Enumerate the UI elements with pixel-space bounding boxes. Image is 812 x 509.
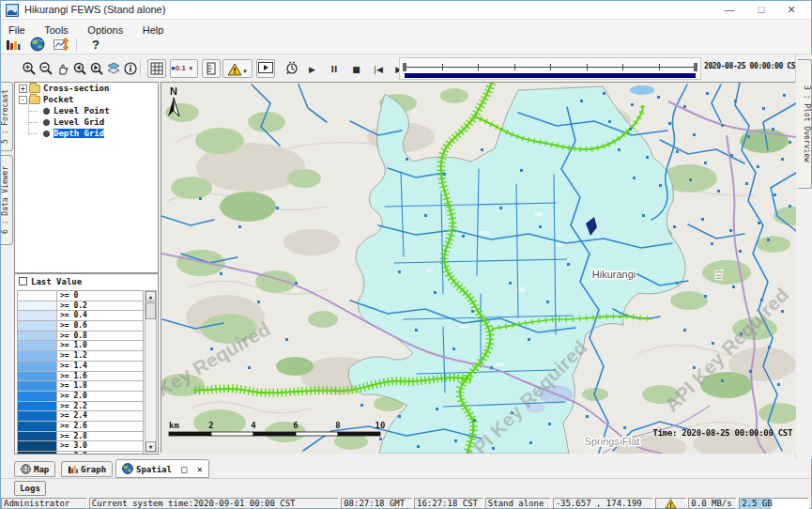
app-window: Hikurangi FEWS (Stand alone) — □ ✕ File …: [0, 0, 812, 509]
folder-icon: [29, 85, 40, 93]
legend-row[interactable]: >= 1.4: [18, 362, 143, 372]
legend-row[interactable]: >= 0.4: [18, 311, 143, 321]
legend-threshold-label: >= 0.2: [57, 301, 143, 311]
zoom-out-icon[interactable]: [37, 59, 55, 78]
logs-button[interactable]: Logs: [14, 481, 46, 496]
tree-node[interactable]: +Cross-section: [15, 83, 158, 94]
tree-expander-icon[interactable]: +: [19, 85, 27, 93]
svg-text:N: N: [170, 85, 177, 97]
legend-color-swatch: [18, 452, 57, 454]
tree-expander-icon[interactable]: -: [19, 96, 27, 104]
pan-icon[interactable]: [54, 59, 72, 78]
map-time-label: Time: 2020-08-25 00:00:00 CST: [653, 428, 793, 438]
scroll-up-icon[interactable]: ▲: [146, 291, 156, 301]
legend-scrollbar[interactable]: ▲ ▼: [145, 290, 157, 453]
tree-leaf-label: Level Point: [54, 106, 110, 116]
timeline-end-handle[interactable]: [694, 63, 697, 71]
legend-row[interactable]: >= 0.8: [18, 332, 143, 342]
legend-row[interactable]: >= 1.0: [18, 341, 143, 351]
scroll-down-icon[interactable]: ▼: [146, 441, 156, 452]
legend-color-swatch: [18, 402, 57, 411]
legend-color-swatch: [18, 362, 57, 371]
timeline-period-bar[interactable]: [405, 73, 696, 78]
legend-color-swatch: [18, 321, 57, 331]
layers-icon[interactable]: [104, 59, 123, 78]
legend-color-scale: >= 0>= 0.2>= 0.4>= 0.6>= 0.8>= 1.0>= 1.2…: [17, 290, 144, 454]
legend-color-swatch: [18, 372, 57, 381]
value-threshold-dropdown[interactable]: ●0.1 ▼: [170, 59, 198, 78]
stop-button[interactable]: ■: [347, 60, 365, 79]
tab-spatial[interactable]: Spatial □ ✕: [115, 459, 209, 478]
map-canvas[interactable]: API Key Required API Key Required API Ke…: [161, 83, 796, 454]
legend-row[interactable]: >= 2.4: [18, 411, 143, 422]
explorer-icon[interactable]: [5, 37, 22, 53]
timeline-start-handle[interactable]: [403, 63, 406, 71]
tab-graph[interactable]: Graph: [61, 461, 113, 477]
timeline-tick: [550, 64, 551, 70]
legend-row[interactable]: >= 0.6: [18, 321, 143, 332]
zoom-in-icon[interactable]: [20, 59, 38, 78]
timer-settings-icon[interactable]: [283, 59, 301, 78]
status-gmt-time: 08:27:18 GMT: [341, 498, 412, 509]
timeline-datetime-label: 2020-08-25 00:00:00 CST: [704, 62, 800, 70]
svg-text:8: 8: [335, 421, 340, 430]
status-mode: Stand alone: [485, 498, 551, 509]
legend-row[interactable]: >= 2.8: [18, 432, 143, 442]
help-button[interactable]: ?: [87, 37, 104, 53]
legend-row[interactable]: >= 2.0: [18, 392, 143, 402]
timeline-slider[interactable]: [399, 57, 701, 80]
tree-leaf[interactable]: Depth Grid: [15, 128, 158, 139]
tab-plot-overview[interactable]: 3 : Plot Overview: [798, 59, 812, 189]
step-first-button[interactable]: |◀: [369, 60, 387, 79]
tab-maximize-icon[interactable]: □: [181, 464, 187, 474]
bottom-tab-bar: Map Graph Spatial □ ✕: [1, 458, 811, 479]
legend-color-swatch: [18, 311, 57, 320]
maximize-button[interactable]: □: [747, 1, 775, 19]
legend-row[interactable]: >= 2.6: [18, 422, 143, 432]
tab-forecast[interactable]: 5 : Forecast: [1, 82, 13, 151]
info-icon[interactable]: [121, 59, 140, 78]
legend-color-swatch: [18, 432, 57, 441]
legend-row[interactable]: >= 0: [18, 291, 143, 301]
tab-close-icon[interactable]: ✕: [197, 464, 203, 474]
legend-row[interactable]: >= 0.2: [18, 301, 143, 312]
legend-row[interactable]: >= 1.2: [18, 351, 143, 362]
legend-row[interactable]: >= 1.8: [18, 381, 143, 392]
toolbar-separator: [140, 60, 141, 77]
legend-threshold-label: >= 2.6: [57, 422, 143, 431]
legend-color-swatch: [18, 392, 57, 401]
minimize-button[interactable]: —: [715, 1, 743, 19]
legend-row[interactable]: >= 2.2: [18, 402, 143, 412]
grid-display-button[interactable]: [147, 59, 166, 78]
status-warning-icon[interactable]: [655, 498, 686, 509]
legend-row[interactable]: >= 3.2: [18, 452, 143, 454]
legend-threshold-label: >= 3.0: [57, 441, 143, 451]
status-local-time: 16:27:18 CST: [414, 498, 483, 509]
animation-player-button[interactable]: [256, 59, 275, 78]
spatial-display-icon[interactable]: [29, 37, 46, 53]
bullet-icon: [43, 131, 50, 137]
legend-threshold-label: >= 2.4: [57, 411, 143, 421]
bullet-icon: [43, 108, 50, 115]
scale-ruler-button[interactable]: [202, 59, 221, 78]
legend-color-swatch: [18, 291, 57, 301]
last-value-checkbox[interactable]: [19, 277, 27, 285]
bar-chart-icon: [68, 464, 78, 479]
layers-tree: +Cross-section-PocketLevel PointLevel Gr…: [14, 82, 159, 273]
legend-row[interactable]: >= 1.6: [18, 372, 143, 382]
pause-button[interactable]: II: [325, 60, 343, 79]
scrollbar-thumb[interactable]: [146, 302, 156, 319]
tab-data-viewer[interactable]: 6 : Data Viewer: [1, 155, 13, 245]
timeseries-display-icon[interactable]: [53, 37, 69, 53]
zoom-previous-icon[interactable]: [70, 59, 89, 78]
warning-filter-dropdown[interactable]: ▼: [222, 59, 253, 78]
menu-bar: File Tools Options Help: [1, 21, 811, 35]
legend-color-swatch: [18, 411, 57, 421]
close-button[interactable]: ✕: [777, 1, 805, 19]
play-button[interactable]: ▶: [303, 60, 321, 79]
legend-threshold-label: >= 0.4: [57, 311, 143, 320]
zoom-next-icon[interactable]: [87, 59, 106, 78]
chevron-down-icon: ▼: [188, 66, 193, 71]
tab-map[interactable]: Map: [14, 461, 55, 477]
legend-row[interactable]: >= 3.0: [18, 441, 143, 452]
